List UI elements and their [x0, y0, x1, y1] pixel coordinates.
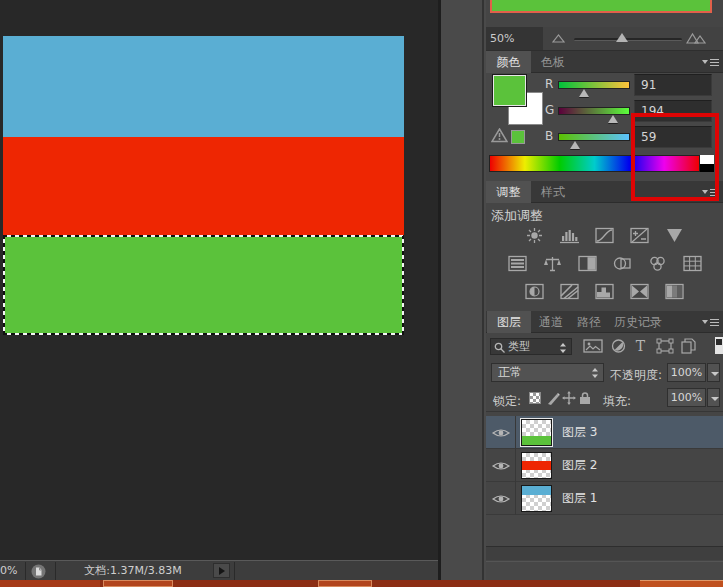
panel-menu-icon[interactable] — [702, 57, 719, 68]
layers-panel: 图层 通道 路径 历史记录 类型 — [486, 311, 723, 580]
visibility-toggle[interactable] — [486, 482, 516, 515]
right-triangle-icon — [219, 567, 225, 575]
layer-name[interactable]: 图层 3 — [562, 416, 597, 449]
fill-dropdown-button[interactable] — [707, 388, 720, 407]
type-layer-filter-icon[interactable]: T — [633, 338, 648, 354]
lock-pixels-brush-icon[interactable] — [546, 391, 560, 405]
panel-dock: 50% 颜色 色板 R 91 G — [486, 0, 723, 580]
navigator-zoom-slider-thumb[interactable] — [616, 33, 628, 42]
threshold-icon[interactable] — [594, 283, 615, 300]
layer-thumbnail[interactable] — [521, 419, 552, 446]
adjustment-layer-filter-icon[interactable] — [610, 338, 627, 354]
document-canvas[interactable] — [3, 36, 404, 335]
layer-name[interactable]: 图层 1 — [562, 482, 597, 515]
gamut-warning-icon[interactable] — [491, 128, 508, 143]
foreground-color-swatch[interactable] — [492, 74, 527, 107]
green-stripe — [3, 236, 404, 335]
red-channel-slider[interactable] — [558, 81, 630, 89]
layer-name[interactable]: 图层 2 — [562, 449, 597, 482]
blue-slider-thumb[interactable] — [570, 141, 580, 149]
blend-mode-dropdown[interactable]: 正常 — [491, 363, 604, 382]
hue-saturation-icon[interactable] — [507, 255, 528, 272]
web-safe-color-swatch[interactable] — [511, 130, 525, 144]
green-channel-slider[interactable] — [558, 107, 630, 115]
selection-marching-ants-left — [3, 236, 5, 335]
tab-channels[interactable]: 通道 — [533, 311, 569, 333]
visibility-toggle[interactable] — [486, 416, 516, 449]
blue-channel-slider[interactable] — [558, 133, 630, 141]
status-bar: 0% 文档:1.37M/3.83M — [0, 560, 447, 580]
red-stripe — [3, 137, 404, 236]
color-lookup-icon[interactable] — [682, 255, 703, 272]
selective-color-icon[interactable] — [664, 283, 685, 300]
opacity-label: 不透明度: — [610, 367, 662, 384]
tab-styles[interactable]: 样式 — [532, 181, 574, 203]
canvas-area[interactable] — [0, 0, 438, 560]
black-white-icon[interactable] — [577, 255, 598, 272]
fill-label: 填充: — [603, 393, 631, 410]
red-value-field[interactable]: 91 — [634, 74, 712, 96]
layer-row-3[interactable]: 图层 3 — [486, 416, 723, 449]
blend-mode-value: 正常 — [498, 365, 522, 379]
pixel-layer-filter-icon[interactable] — [583, 338, 603, 354]
background-window-strip — [0, 580, 723, 587]
tab-swatches[interactable]: 色板 — [532, 51, 574, 73]
layer-row-2[interactable]: 图层 2 — [486, 449, 723, 482]
lock-transparency-icon[interactable] — [529, 392, 541, 404]
toggle-knob — [716, 339, 722, 345]
layer-row-1[interactable]: 图层 1 — [486, 482, 723, 515]
shape-layer-filter-icon[interactable] — [656, 338, 674, 354]
opacity-value-field[interactable]: 100% — [667, 363, 706, 382]
posterize-icon[interactable] — [559, 283, 580, 300]
zoom-out-icon[interactable] — [552, 34, 565, 43]
layer-filter-toggle[interactable] — [715, 337, 723, 354]
brightness-contrast-icon[interactable] — [524, 227, 545, 244]
curves-icon[interactable] — [594, 227, 615, 244]
blend-mode-row: 正常 不透明度: 100% — [486, 359, 723, 385]
divider — [25, 562, 26, 581]
eye-icon — [492, 493, 510, 505]
updown-spinner-icon — [559, 342, 567, 354]
divider — [234, 562, 235, 581]
channel-mixer-icon[interactable] — [647, 255, 668, 272]
green-slider-thumb[interactable] — [608, 115, 618, 123]
photo-filter-icon[interactable] — [612, 255, 633, 272]
svg-text:T: T — [636, 338, 646, 354]
status-bar-menu-button[interactable] — [213, 563, 230, 578]
channel-b-label: B — [545, 129, 557, 143]
layer-thumbnail[interactable] — [521, 485, 552, 512]
navigator-preview[interactable] — [490, 0, 712, 13]
tab-layers[interactable]: 图层 — [487, 311, 531, 333]
red-slider-thumb[interactable] — [579, 89, 589, 97]
lock-all-icon[interactable] — [579, 391, 591, 405]
exposure-icon[interactable] — [629, 227, 650, 244]
tab-paths[interactable]: 路径 — [571, 311, 607, 333]
document-size-info: 文档:1.37M/3.83M — [58, 561, 208, 580]
navigator-zoom-field[interactable]: 50% — [486, 27, 543, 50]
fill-value-field[interactable]: 100% — [667, 388, 706, 407]
navigator-zoom-slider[interactable] — [574, 38, 682, 41]
zoom-in-icon[interactable] — [686, 32, 706, 44]
lock-position-move-icon[interactable] — [562, 391, 576, 405]
panel-menu-icon[interactable] — [702, 317, 719, 328]
zoom-level-field[interactable]: 0% — [0, 561, 24, 580]
tab-adjustments[interactable]: 调整 — [486, 181, 531, 203]
tab-color[interactable]: 颜色 — [486, 51, 531, 73]
visibility-toggle[interactable] — [486, 449, 516, 482]
rgb-values-annotation-box — [631, 113, 719, 201]
gradient-map-icon[interactable] — [629, 283, 650, 300]
filter-type-dropdown[interactable]: 类型 — [490, 338, 572, 355]
color-balance-icon[interactable] — [542, 255, 563, 272]
updown-spinner-icon — [591, 367, 599, 379]
invert-icon[interactable] — [524, 283, 545, 300]
opacity-dropdown-button[interactable] — [707, 363, 720, 382]
document-info-icon[interactable] — [31, 564, 46, 579]
selection-marching-ants-top — [3, 235, 404, 237]
layer-thumbnail[interactable] — [521, 452, 552, 479]
vibrance-icon[interactable] — [664, 227, 685, 244]
levels-icon[interactable] — [559, 227, 580, 244]
tab-history[interactable]: 历史记录 — [609, 311, 667, 333]
strip-segment — [0, 580, 100, 587]
smart-object-filter-icon[interactable] — [680, 338, 697, 354]
layers-tabbar: 图层 通道 路径 历史记录 — [486, 311, 723, 333]
